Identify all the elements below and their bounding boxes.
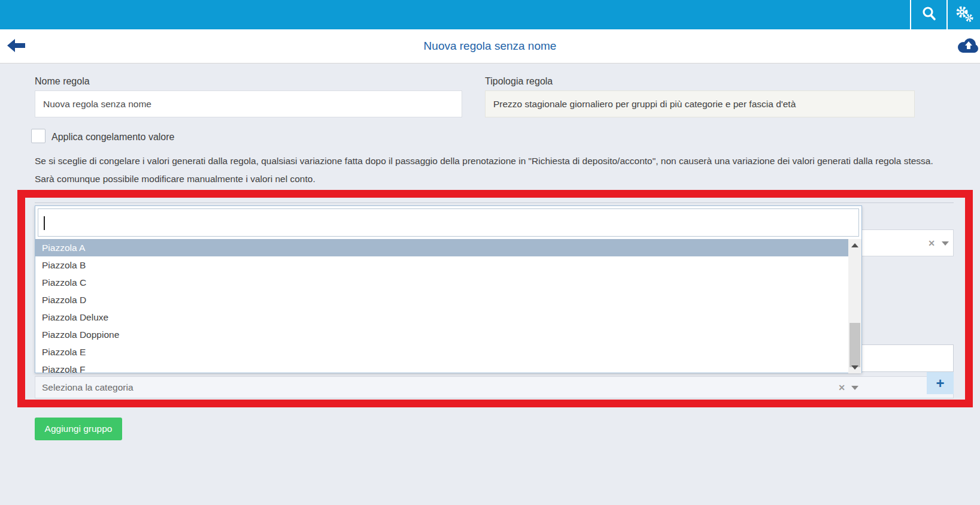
chevron-down-icon[interactable] <box>942 241 949 246</box>
triangle-up-icon <box>851 243 858 247</box>
dropdown-option[interactable]: Piazzola C <box>35 274 848 291</box>
dropdown-option[interactable]: Piazzola Doppione <box>35 326 848 343</box>
gears-icon <box>954 4 974 26</box>
dropdown-option[interactable]: Piazzola A <box>35 239 848 256</box>
page-header: Nuova regola senza nome <box>0 29 980 63</box>
page-title: Nuova regola senza nome <box>0 29 980 63</box>
scroll-down-button[interactable] <box>848 361 861 373</box>
text-cursor <box>44 216 45 230</box>
dropdown-list: Piazzola APiazzola BPiazzola CPiazzola D… <box>35 239 848 373</box>
add-category-button[interactable]: + <box>927 372 954 394</box>
back-button[interactable] <box>7 38 28 55</box>
scrollbar-thumb[interactable] <box>849 323 860 367</box>
dropdown-option[interactable]: Piazzola E <box>35 343 848 361</box>
dropdown-search-box[interactable] <box>38 208 859 237</box>
category-dropdown: Piazzola APiazzola BPiazzola CPiazzola D… <box>35 205 862 373</box>
search-button[interactable] <box>911 0 946 29</box>
clear-selection-icon[interactable]: ✕ <box>928 230 935 256</box>
save-upload-button[interactable] <box>955 36 979 56</box>
add-category-select[interactable]: Seleziona la categoria ✕ <box>35 376 954 398</box>
arrow-left-icon <box>7 46 28 56</box>
app-window: Nuova regola senza nome <box>0 0 980 505</box>
chevron-down-icon[interactable] <box>851 386 858 390</box>
settings-button[interactable] <box>948 0 980 29</box>
dropdown-option[interactable]: Piazzola B <box>35 256 848 274</box>
top-navbar <box>0 0 980 29</box>
add-category-placeholder: Seleziona la categoria <box>42 382 134 393</box>
freeze-note-line1: Se si sceglie di congelare i valori gene… <box>35 152 960 170</box>
group-box-border <box>35 202 954 203</box>
rule-name-input[interactable]: Nuova regola senza nome <box>35 90 462 117</box>
dropdown-option[interactable]: Piazzola Deluxe <box>35 309 848 326</box>
freeze-checkbox[interactable] <box>31 129 45 143</box>
dropdown-search-input[interactable] <box>43 213 848 233</box>
freeze-note: Se si sceglie di congelare i valori gene… <box>35 152 960 188</box>
rule-type-field: Prezzo stagionale giornaliero per gruppi… <box>485 90 915 117</box>
dropdown-option[interactable]: Piazzola F <box>35 361 848 373</box>
scroll-up-button[interactable] <box>848 239 861 251</box>
search-icon <box>921 5 937 25</box>
add-group-button[interactable]: Aggiungi gruppo <box>35 418 122 440</box>
triangle-down-icon <box>851 365 858 370</box>
freeze-note-line2: Sarà comunque possibile modificare manua… <box>35 170 960 188</box>
dropdown-option[interactable]: Piazzola D <box>35 291 848 309</box>
freeze-checkbox-label: Applica congelamento valore <box>51 132 174 143</box>
cloud-upload-icon <box>955 48 979 58</box>
clear-selection-icon[interactable]: ✕ <box>838 377 845 398</box>
name-label: Nome regola <box>35 76 90 87</box>
type-label: Tipologia regola <box>485 76 553 87</box>
dropdown-scrollbar[interactable] <box>848 239 861 373</box>
